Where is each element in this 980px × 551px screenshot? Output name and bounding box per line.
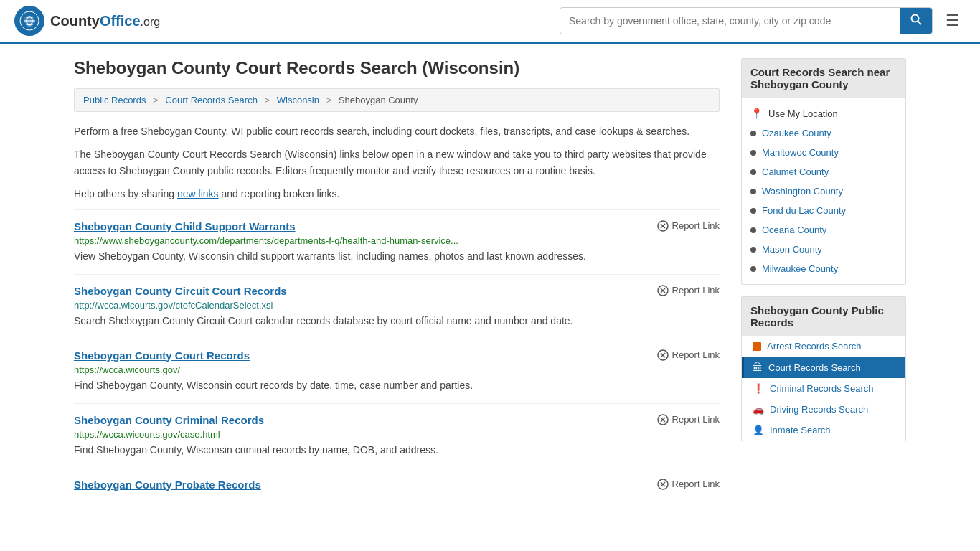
county-dot <box>750 208 756 214</box>
report-link[interactable]: Report Link <box>657 285 720 296</box>
use-location-link[interactable]: 📍 Use My Location <box>742 103 905 123</box>
report-link-icon <box>657 414 669 425</box>
nearby-section: Court Records Search near Sheboygan Coun… <box>741 58 906 285</box>
nearby-county-link[interactable]: Manitowoc County <box>742 143 905 162</box>
record-url: https://wcca.wicourts.gov/ <box>74 364 720 375</box>
report-link[interactable]: Report Link <box>657 479 720 490</box>
public-record-link[interactable]: ❗Criminal Records Search <box>742 378 905 399</box>
record-url: https://wcca.wicourts.gov/case.html <box>74 429 720 440</box>
report-link-icon <box>657 349 669 361</box>
county-dot <box>750 227 756 233</box>
description-1: Perform a free Sheboygan County, WI publ… <box>74 123 720 139</box>
report-link[interactable]: Report Link <box>657 349 720 361</box>
header-right: ☰ <box>560 7 966 34</box>
square-icon <box>753 342 761 351</box>
public-record-link[interactable]: 🚗Driving Records Search <box>742 399 905 420</box>
county-dot <box>750 266 756 272</box>
page-title: Sheboygan County Court Records Search (W… <box>74 58 720 78</box>
breadcrumb-wisconsin[interactable]: Wisconsin <box>277 95 319 105</box>
nearby-county-link[interactable]: Washington County <box>742 182 905 201</box>
record-title[interactable]: Sheboygan County Probate Records <box>74 479 261 491</box>
excl-icon: ❗ <box>753 383 764 394</box>
logo-icon <box>14 6 44 36</box>
breadcrumb: Public Records > Court Records Search > … <box>74 88 720 112</box>
report-link-icon <box>657 285 669 296</box>
record-title[interactable]: Sheboygan County Circuit Court Records <box>74 285 287 297</box>
county-dot <box>750 169 756 175</box>
record-item: Sheboygan County Probate Records Report … <box>74 468 720 504</box>
public-record-link[interactable]: Arrest Records Search <box>742 336 905 357</box>
main-content: Sheboygan County Court Records Search (W… <box>74 58 720 504</box>
building-icon: 🏛 <box>753 362 763 373</box>
car-icon: 🚗 <box>753 404 764 415</box>
record-item: Sheboygan County Criminal Records Report… <box>74 403 720 468</box>
search-button[interactable] <box>900 8 932 34</box>
record-url: https://www.sheboygancounty.com/departme… <box>74 235 720 246</box>
record-desc: Find Sheboygan County, Wisconsin court r… <box>74 378 720 393</box>
nearby-county-link[interactable]: Fond du Lac County <box>742 201 905 220</box>
nearby-county-link[interactable]: Oceana County <box>742 220 905 240</box>
menu-button[interactable]: ☰ <box>940 9 966 33</box>
search-input[interactable] <box>560 9 900 32</box>
report-link[interactable]: Report Link <box>657 220 720 232</box>
breadcrumb-court-records[interactable]: Court Records Search <box>165 95 258 105</box>
nearby-links: 📍 Use My Location Ozaukee CountyManitowo… <box>742 98 905 284</box>
nearby-county-link[interactable]: Milwaukee County <box>742 259 905 278</box>
report-link-icon <box>657 220 669 232</box>
county-dot <box>750 247 756 253</box>
main-container: Sheboygan County Court Records Search (W… <box>60 44 920 518</box>
county-dot <box>750 189 756 194</box>
logo-area: CountyOffice.org <box>14 6 160 36</box>
nearby-title: Court Records Search near Sheboygan Coun… <box>742 59 905 98</box>
sidebar: Court Records Search near Sheboygan Coun… <box>741 58 906 504</box>
description-3: Help others by sharing new links and rep… <box>74 186 720 202</box>
nearby-county-link[interactable]: Mason County <box>742 240 905 259</box>
record-title[interactable]: Sheboygan County Court Records <box>74 349 250 362</box>
search-bar <box>560 7 933 34</box>
site-header: CountyOffice.org ☰ <box>0 0 980 44</box>
public-records-title: Sheboygan County Public Records <box>742 297 905 336</box>
public-record-link[interactable]: 🏛Court Records Search <box>742 357 905 378</box>
location-pin-icon: 📍 <box>750 108 763 119</box>
record-title[interactable]: Sheboygan County Child Support Warrants <box>74 220 296 232</box>
records-list: Sheboygan County Child Support Warrants … <box>74 209 720 504</box>
record-item: Sheboygan County Circuit Court Records R… <box>74 274 720 339</box>
record-item: Sheboygan County Child Support Warrants … <box>74 209 720 274</box>
svg-line-6 <box>918 22 922 25</box>
nearby-county-link[interactable]: Calumet County <box>742 162 905 182</box>
record-title[interactable]: Sheboygan County Criminal Records <box>74 414 264 426</box>
new-links-link[interactable]: new links <box>177 188 219 199</box>
person-icon: 👤 <box>753 425 764 435</box>
county-dot <box>750 131 756 136</box>
report-link-icon <box>657 479 669 490</box>
record-desc: Find Sheboygan County, Wisconsin crimina… <box>74 443 720 458</box>
report-link[interactable]: Report Link <box>657 414 720 425</box>
record-url: http://wcca.wicourts.gov/ctofcCalendarSe… <box>74 300 720 311</box>
record-desc: View Sheboygan County, Wisconsin child s… <box>74 249 720 264</box>
logo-text: CountyOffice.org <box>50 13 160 29</box>
breadcrumb-public-records[interactable]: Public Records <box>83 95 146 105</box>
public-record-link[interactable]: 👤Inmate Search <box>742 420 905 441</box>
description-2: The Sheboygan County Court Records Searc… <box>74 146 720 179</box>
svg-point-5 <box>912 15 919 22</box>
record-desc: Search Sheboygan County Circuit Court ca… <box>74 314 720 329</box>
record-item: Sheboygan County Court Records Report Li… <box>74 339 720 403</box>
breadcrumb-current: Sheboygan County <box>339 95 418 105</box>
nearby-county-link[interactable]: Ozaukee County <box>742 123 905 143</box>
public-records-section: Sheboygan County Public Records Arrest R… <box>741 296 906 441</box>
county-dot <box>750 150 756 156</box>
